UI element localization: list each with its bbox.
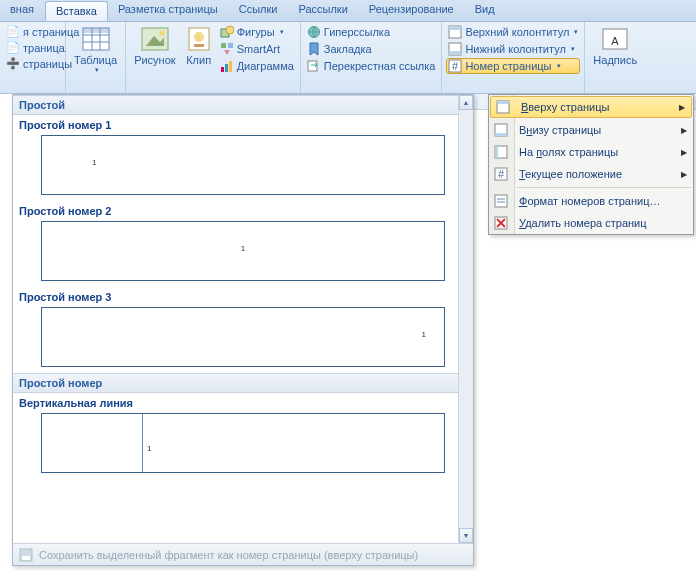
gallery-item-simple3[interactable]: 1 <box>41 307 445 367</box>
menu-page-margins[interactable]: На полях страницы▶ <box>489 141 693 163</box>
footer-button[interactable]: Нижний колонтитул▾ <box>446 41 580 57</box>
gallery-item-title: Простой номер 2 <box>13 201 473 219</box>
header-button[interactable]: Верхний колонтитул▾ <box>446 24 580 40</box>
svg-rect-5 <box>83 28 109 33</box>
svg-rect-35 <box>495 133 507 136</box>
picture-icon <box>140 26 170 54</box>
blank-page-icon: 📄 <box>6 41 20 54</box>
ribbon: 📄я страница▾ 📄траница ➗страницы Таблица▾… <box>0 22 696 94</box>
pagenumber-gallery: Простой Простой номер 1 1 Простой номер … <box>12 94 474 566</box>
tab-insert[interactable]: Вставка <box>45 1 108 21</box>
footer-icon <box>448 42 462 56</box>
svg-rect-31 <box>22 556 30 560</box>
table-icon <box>81 26 111 54</box>
bookmark-icon <box>307 42 321 56</box>
svg-rect-19 <box>229 61 232 72</box>
picture-button[interactable]: Рисунок <box>130 24 180 91</box>
tab-mailings[interactable]: Рассылки <box>288 0 358 21</box>
pagenumber-menu: Вверху страницы▶ Внизу страницы▶ На поля… <box>488 94 694 235</box>
gallery-header-simplenum: Простой номер <box>13 373 473 393</box>
chart-button[interactable]: Диаграмма <box>218 58 296 74</box>
shapes-icon <box>220 25 234 39</box>
pagenumber-button[interactable]: #Номер страницы▾ <box>446 58 580 74</box>
save-icon <box>19 548 33 562</box>
gallery-item-simple2[interactable]: 1 <box>41 221 445 281</box>
group-links: Гиперссылка Закладка Перекрестная ссылка <box>301 22 443 93</box>
group-pages: 📄я страница▾ 📄траница ➗страницы <box>0 22 66 93</box>
gallery-item-title: Простой номер 1 <box>13 115 473 133</box>
clip-button[interactable]: Клип <box>182 24 216 91</box>
hyperlink-icon <box>307 25 321 39</box>
blank-page-button[interactable]: 📄траница <box>4 40 61 55</box>
format-icon <box>493 193 509 209</box>
gallery-item-title: Простой номер 3 <box>13 287 473 305</box>
table-button[interactable]: Таблица▾ <box>70 24 121 76</box>
svg-marker-16 <box>224 50 230 55</box>
pagenumber-icon: # <box>448 59 462 73</box>
page-bottom-icon <box>493 122 509 138</box>
page-icon: 📄 <box>6 25 20 38</box>
menu-top-of-page[interactable]: Вверху страницы▶ <box>490 96 692 118</box>
cover-page-button[interactable]: 📄я страница▾ <box>4 24 61 39</box>
delete-icon <box>493 215 509 231</box>
svg-text:#: # <box>452 60 459 72</box>
svg-rect-15 <box>228 43 233 48</box>
gallery-header-simple: Простой <box>13 95 473 115</box>
scroll-up-button[interactable]: ▲ <box>459 95 473 110</box>
gallery-item-simple1[interactable]: 1 <box>41 135 445 195</box>
svg-rect-17 <box>221 67 224 72</box>
tab-review[interactable]: Рецензирование <box>359 0 465 21</box>
clip-icon <box>186 26 212 54</box>
tab-view[interactable]: Вид <box>465 0 506 21</box>
tab-references[interactable]: Ссылки <box>229 0 289 21</box>
menu-format-numbers[interactable]: Формат номеров страниц… <box>489 190 693 212</box>
smartart-icon <box>220 42 234 56</box>
crossref-button[interactable]: Перекрестная ссылка <box>305 58 438 74</box>
crossref-icon <box>307 59 321 73</box>
chart-icon <box>220 59 234 73</box>
group-table: Таблица▾ <box>66 22 126 93</box>
break-icon: ➗ <box>6 57 20 70</box>
svg-text:A: A <box>612 35 620 47</box>
group-illustrations: Рисунок Клип Фигуры▾ SmartArt Диаграмма <box>126 22 301 93</box>
gallery-item-vline[interactable]: 1 <box>41 413 445 473</box>
group-text: A Надпись <box>585 22 645 93</box>
tab-home[interactable]: вная <box>0 0 45 21</box>
svg-rect-37 <box>495 146 498 158</box>
page-break-button[interactable]: ➗страницы <box>4 56 61 71</box>
gallery-scrollbar[interactable]: ▲ ▼ <box>458 95 473 543</box>
hyperlink-button[interactable]: Гиперссылка <box>305 24 438 40</box>
svg-text:#: # <box>498 168 505 180</box>
svg-rect-14 <box>221 43 226 48</box>
smartart-button[interactable]: SmartArt <box>218 41 296 57</box>
svg-point-8 <box>159 31 164 36</box>
page-top-icon <box>495 99 511 115</box>
svg-point-10 <box>194 32 204 42</box>
textbox-icon: A <box>600 26 630 54</box>
textbox-button[interactable]: A Надпись <box>589 24 641 68</box>
svg-point-13 <box>226 26 234 34</box>
cursor-pos-icon: # <box>493 166 509 182</box>
bookmark-button[interactable]: Закладка <box>305 41 438 57</box>
shapes-button[interactable]: Фигуры▾ <box>218 24 296 40</box>
menu-bottom-of-page[interactable]: Внизу страницы▶ <box>489 119 693 141</box>
tab-layout[interactable]: Разметка страницы <box>108 0 229 21</box>
menu-remove-numbers[interactable]: Удалить номера страниц <box>489 212 693 234</box>
svg-rect-11 <box>194 44 204 47</box>
svg-rect-25 <box>449 51 461 55</box>
gallery-item-title: Вертикальная линия <box>13 393 473 411</box>
gallery-save-selection: Сохранить выделенный фрагмент как номер … <box>13 543 473 565</box>
svg-rect-33 <box>497 101 509 104</box>
svg-rect-23 <box>449 26 461 30</box>
menu-current-position[interactable]: #Текущее положение▶ <box>489 163 693 185</box>
svg-rect-18 <box>225 64 228 72</box>
page-margin-icon <box>493 144 509 160</box>
header-icon <box>448 25 462 39</box>
svg-rect-40 <box>495 195 507 207</box>
group-headerfooter: Верхний колонтитул▾ Нижний колонтитул▾ #… <box>442 22 585 93</box>
tab-bar: вная Вставка Разметка страницы Ссылки Ра… <box>0 0 696 22</box>
scroll-down-button[interactable]: ▼ <box>459 528 473 543</box>
